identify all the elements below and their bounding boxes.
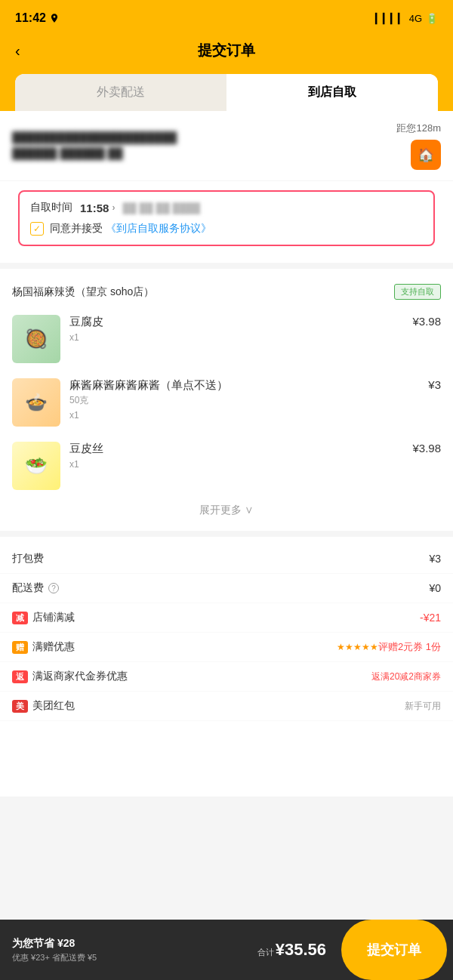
store-distance: 距您128m: [396, 122, 441, 135]
support-badge: 支持自取: [394, 284, 441, 300]
bottom-total: 合计 ¥35.56: [242, 940, 341, 960]
total-amount: ¥35.56: [276, 940, 326, 960]
delivery-info-icon[interactable]: ?: [48, 583, 59, 593]
fee-row-packaging: 打包费 ¥3: [0, 544, 453, 574]
fee-label-redpacket: 美 美团红包: [12, 699, 75, 713]
bottom-savings: 为您节省 ¥28 优惠 ¥23+ 省配送费 ¥5: [12, 937, 242, 963]
fee-value-packaging: ¥3: [429, 553, 441, 565]
food-qty-3: x1: [69, 459, 403, 470]
pickup-chevron: ›: [112, 202, 115, 213]
food-item-3: 🥗 豆皮丝 x1 ¥3.98: [0, 434, 453, 498]
page-title: 提交订单: [198, 41, 255, 60]
status-time: 11:42: [15, 11, 60, 25]
fee-label-gift: 赠 满赠优惠: [12, 640, 75, 654]
fee-label-return: 返 满返商家代金券优惠: [12, 670, 128, 683]
fee-label-discount: 减 店铺满减: [12, 611, 75, 624]
food-info-2: 麻酱麻酱麻酱麻酱（单点不送） 50克 x1: [69, 378, 419, 421]
savings-detail: 优惠 ¥23+ 省配送费 ¥5: [12, 952, 242, 963]
tab-delivery[interactable]: 外卖配送: [15, 74, 226, 111]
page-header: ‹ 提交订单: [0, 33, 453, 74]
status-icons: ▎▎▎▎ 4G 🔋: [375, 13, 438, 24]
fee-row-gift: 赠 满赠优惠 ★★★★★评赠2元券 1份: [0, 633, 453, 662]
section-divider-1: [0, 263, 453, 269]
expand-button[interactable]: 展开更多 ∨: [0, 498, 453, 523]
tab-bar-inner: 外卖配送 到店自取: [15, 74, 438, 111]
tab-pickup[interactable]: 到店自取: [226, 74, 438, 111]
food-item-1: 🥘 豆腐皮 x1 ¥3.98: [0, 307, 453, 371]
fee-section: 打包费 ¥3 配送费 ? ¥0 减 店铺满减 -¥21 赠 满赠优惠: [0, 544, 453, 721]
food-price-1: ¥3.98: [412, 315, 441, 328]
redpacket-badge: 美: [12, 700, 28, 713]
store-icon: 🏠: [411, 140, 441, 170]
discount-badge: 减: [12, 612, 28, 624]
fee-value-delivery: ¥0: [429, 582, 441, 594]
fee-value-discount: -¥21: [420, 612, 441, 624]
main-content: ██████████████████████ ██████ ██████ ██ …: [0, 111, 453, 797]
agreement-checkbox[interactable]: ✓: [30, 222, 44, 236]
bottom-padding: [0, 721, 453, 797]
fee-value-return: 返满20减2商家券: [371, 670, 441, 683]
store-address-text: ██████████████████████ ██████ ██████ ██: [12, 130, 396, 162]
food-name-1: 豆腐皮: [69, 315, 403, 329]
agreement-row[interactable]: ✓ 同意并接受 《到店自取服务协议》: [30, 222, 423, 236]
total-label: 合计: [257, 947, 274, 958]
savings-main: 为您节省 ¥28: [12, 937, 242, 951]
rating-stars: ★★★★★: [337, 642, 378, 652]
tab-bar: 外卖配送 到店自取: [0, 74, 453, 111]
fee-label-packaging: 打包费: [12, 552, 44, 566]
food-qty-1: x1: [69, 332, 403, 343]
fee-value-redpacket: 新手可用: [405, 700, 441, 713]
food-info-1: 豆腐皮 x1: [69, 315, 403, 343]
restaurant-row: 杨国福麻辣烫（望京 soho店） 支持自取: [0, 276, 453, 307]
gift-badge: 赠: [12, 641, 28, 654]
store-card: ██████████████████████ ██████ ██████ ██ …: [0, 111, 453, 181]
location-icon: [49, 13, 60, 23]
network-type: 4G: [409, 13, 422, 24]
pickup-time-detail: ██ ██ ██ ████: [122, 202, 200, 214]
food-info-3: 豆皮丝 x1: [69, 442, 403, 470]
agreement-link[interactable]: 《到店自取服务协议》: [106, 222, 211, 234]
store-distance-wrapper: 距您128m 🏠: [396, 122, 441, 170]
submit-order-button[interactable]: 提交订单: [341, 920, 447, 980]
pickup-section: 自取时间 11:58 › ██ ██ ██ ████ ✓ 同意并接受 《到店自取…: [18, 190, 435, 246]
food-image-3: 🥗: [12, 442, 60, 490]
food-item-2: 🍲 麻酱麻酱麻酱麻酱（单点不送） 50克 x1 ¥3: [0, 371, 453, 434]
pickup-label: 自取时间: [30, 201, 72, 214]
signal-bars: ▎▎▎▎: [375, 13, 405, 24]
fee-value-gift: ★★★★★评赠2元券 1份: [337, 640, 441, 654]
food-price-2: ¥3: [428, 378, 441, 391]
fee-row-delivery: 配送费 ? ¥0: [0, 574, 453, 603]
back-button[interactable]: ‹: [15, 42, 20, 60]
fee-label-delivery: 配送费 ?: [12, 581, 59, 595]
pickup-time[interactable]: 11:58 ›: [80, 202, 115, 214]
food-image-2: 🍲: [12, 378, 60, 427]
battery-icon: 🔋: [426, 13, 438, 24]
food-price-3: ¥3.98: [412, 442, 441, 455]
restaurant-name: 杨国福麻辣烫（望京 soho店）: [12, 285, 154, 299]
agreement-text: 同意并接受 《到店自取服务协议》: [50, 222, 211, 236]
pickup-time-row: 自取时间 11:58 › ██ ██ ██ ████: [30, 201, 423, 214]
food-name-2: 麻酱麻酱麻酱麻酱（单点不送）: [69, 378, 419, 393]
fee-row-redpacket: 美 美团红包 新手可用: [0, 692, 453, 721]
bottom-bar: 为您节省 ¥28 优惠 ¥23+ 省配送费 ¥5 合计 ¥35.56 提交订单: [0, 920, 453, 980]
fee-row-discount: 减 店铺满减 -¥21: [0, 603, 453, 633]
food-sub-2: 50克: [69, 394, 419, 407]
fee-row-return: 返 满返商家代金券优惠 返满20减2商家券: [0, 662, 453, 692]
food-qty-2: x1: [69, 410, 419, 421]
food-name-3: 豆皮丝: [69, 442, 403, 456]
return-badge: 返: [12, 670, 28, 683]
store-address: ██████████████████████ ██████ ██████ ██: [12, 130, 396, 162]
section-divider-2: [0, 531, 453, 537]
status-bar: 11:42 ▎▎▎▎ 4G 🔋: [0, 0, 453, 33]
food-image-1: 🥘: [12, 315, 60, 363]
